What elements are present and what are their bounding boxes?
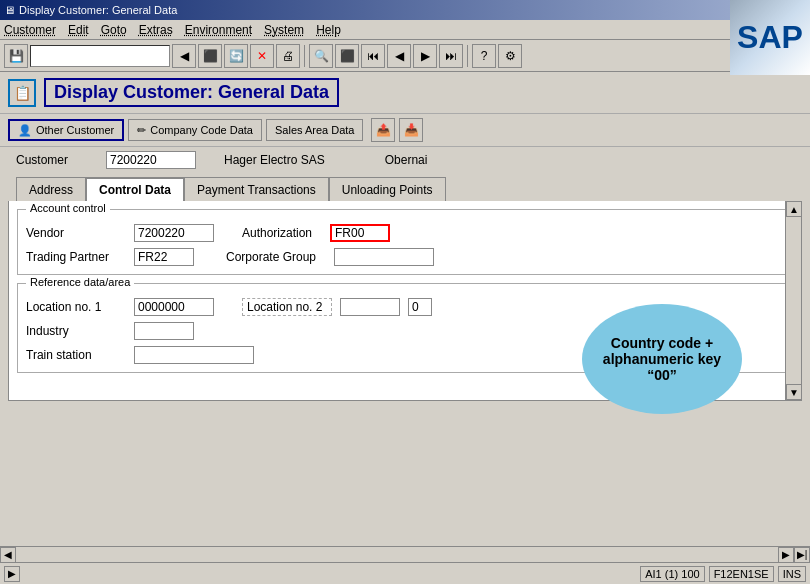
other-customer-icon: 👤 <box>18 124 32 137</box>
account-control-label: Account control <box>26 202 110 214</box>
customer-field-label: Customer <box>16 153 86 167</box>
industry-input[interactable] <box>134 322 194 340</box>
print-button[interactable]: 🖨 <box>276 44 300 68</box>
ins-status-badge: INS <box>778 566 806 582</box>
vendor-row: Vendor Authorization <box>26 224 784 242</box>
reference-data-label: Reference data/area <box>26 276 134 288</box>
sales-area-label: Sales Area Data <box>275 124 355 136</box>
sap-text: SAP <box>737 19 803 56</box>
sap-logo: SAP <box>730 0 810 75</box>
menu-goto[interactable]: Goto <box>101 23 127 37</box>
company-code-button[interactable]: ✏ Company Code Data <box>128 119 262 141</box>
stop-button[interactable]: ✕ <box>250 44 274 68</box>
other-customer-label: Other Customer <box>36 124 114 136</box>
customize-button[interactable]: ⚙ <box>498 44 522 68</box>
status-right: AI1 (1) 100 F12EN1SE INS <box>640 566 806 582</box>
export-button[interactable]: 📤 <box>371 118 395 142</box>
status-arrow[interactable]: ▶ <box>4 566 20 582</box>
menu-system[interactable]: System <box>264 23 304 37</box>
forward-button[interactable]: ⬛ <box>198 44 222 68</box>
window-title: Display Customer: General Data <box>19 4 177 16</box>
other-customer-button[interactable]: 👤 Other Customer <box>8 119 124 141</box>
company-code-label: Company Code Data <box>150 124 253 136</box>
customer-number-field[interactable] <box>106 151 196 169</box>
corporate-group-label: Corporate Group <box>226 250 326 264</box>
status-bar: ▶ AI1 (1) 100 F12EN1SE INS <box>0 562 810 584</box>
prev-button[interactable]: ◀ <box>387 44 411 68</box>
toolbar: 💾 ◀ ⬛ 🔄 ✕ 🖨 🔍 ⬛ ⏮ ◀ ▶ ⏭ ? ⚙ <box>0 40 810 72</box>
train-station-input[interactable] <box>134 346 254 364</box>
find-button[interactable]: 🔍 <box>309 44 333 68</box>
main-content: Account control Vendor Authorization Tra… <box>8 201 802 401</box>
trading-partner-input[interactable] <box>134 248 194 266</box>
command-input[interactable] <box>30 45 170 67</box>
scroll-track[interactable] <box>16 547 778 563</box>
scroll-up-button[interactable]: ▲ <box>786 201 802 217</box>
scroll-left-button[interactable]: ◀ <box>0 547 16 563</box>
account-control-section: Account control Vendor Authorization Tra… <box>17 209 793 275</box>
header-area: 📋 Display Customer: General Data <box>0 72 810 114</box>
customer-info-row: Customer Hager Electro SAS Obernai <box>0 147 810 173</box>
menu-customer[interactable]: Customer <box>4 23 56 37</box>
tooltip-text: Country code + alphanumeric key “00” <box>603 335 721 383</box>
title-bar: 🖥 Display Customer: General Data _ □ ✕ <box>0 0 810 20</box>
menu-help[interactable]: Help <box>316 23 341 37</box>
back-button[interactable]: ◀ <box>172 44 196 68</box>
tab-control-data[interactable]: Control Data <box>86 177 184 201</box>
trading-partner-row: Trading Partner Corporate Group <box>26 248 784 266</box>
customer-location-value: Obernai <box>385 153 428 167</box>
authorization-input[interactable] <box>330 224 390 242</box>
find-next-button[interactable]: ⬛ <box>335 44 359 68</box>
tab-payment-transactions[interactable]: Payment Transactions <box>184 177 329 201</box>
menu-edit[interactable]: Edit <box>68 23 89 37</box>
vendor-label: Vendor <box>26 226 126 240</box>
tab-unloading-points[interactable]: Unloading Points <box>329 177 446 201</box>
last-button[interactable]: ⏭ <box>439 44 463 68</box>
cancel-button[interactable]: 🔄 <box>224 44 248 68</box>
tab-address[interactable]: Address <box>16 177 86 201</box>
ai-status-badge: AI1 (1) 100 <box>640 566 704 582</box>
scroll-right-button[interactable]: ▶ <box>778 547 794 563</box>
page-title: Display Customer: General Data <box>44 78 339 107</box>
sales-area-button[interactable]: Sales Area Data <box>266 119 364 141</box>
bottom-scrollbar[interactable]: ◀ ▶ ▶| <box>0 546 810 562</box>
right-scrollbar[interactable]: ▲ ▼ <box>785 201 801 400</box>
scroll-down-button[interactable]: ▼ <box>786 384 802 400</box>
save-button[interactable]: 💾 <box>4 44 28 68</box>
menu-bar: Customer Edit Goto Extras Environment Sy… <box>0 20 810 40</box>
location2-suffix-input[interactable] <box>408 298 432 316</box>
tooltip-bubble: Country code + alphanumeric key “00” <box>582 304 742 414</box>
train-station-label: Train station <box>26 348 126 362</box>
pencil-icon: ✏ <box>137 124 146 137</box>
main-tab-bar: Address Control Data Payment Transaction… <box>0 173 810 201</box>
first-button[interactable]: ⏮ <box>361 44 385 68</box>
trading-partner-label: Trading Partner <box>26 250 126 264</box>
menu-environment[interactable]: Environment <box>185 23 252 37</box>
f12-status-badge: F12EN1SE <box>709 566 774 582</box>
nav-tab-bar: 👤 Other Customer ✏ Company Code Data Sal… <box>0 114 810 147</box>
import-button[interactable]: 📥 <box>399 118 423 142</box>
vendor-input[interactable] <box>134 224 214 242</box>
corporate-group-input[interactable] <box>334 248 434 266</box>
authorization-label: Authorization <box>242 226 322 240</box>
next-button[interactable]: ▶ <box>413 44 437 68</box>
location1-input[interactable] <box>134 298 214 316</box>
industry-label: Industry <box>26 324 126 338</box>
location2-input[interactable] <box>340 298 400 316</box>
menu-extras[interactable]: Extras <box>139 23 173 37</box>
reference-data-section: Reference data/area Country code + alpha… <box>17 283 793 373</box>
header-icon: 📋 <box>8 79 36 107</box>
location1-label: Location no. 1 <box>26 300 126 314</box>
scroll-right2-button[interactable]: ▶| <box>794 547 810 563</box>
customer-name-value: Hager Electro SAS <box>224 153 325 167</box>
location2-label: Location no. 2 <box>242 298 332 316</box>
app-icon: 🖥 <box>4 4 15 16</box>
help-btn[interactable]: ? <box>472 44 496 68</box>
